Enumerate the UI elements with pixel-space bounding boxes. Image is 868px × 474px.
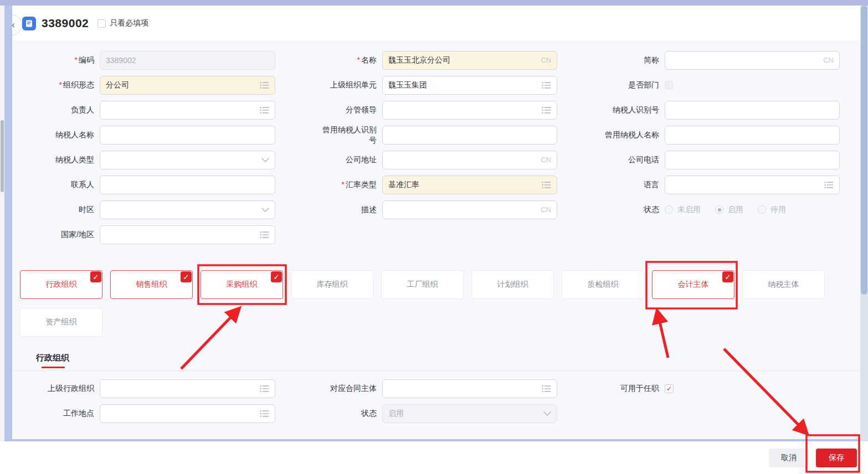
- org-name-field[interactable]: 魏玉玉北京分公司CN: [382, 51, 557, 70]
- admin-status-label: 状态: [281, 408, 377, 419]
- is-department-label: 是否部门: [563, 80, 659, 90]
- language-label: 语言: [563, 179, 659, 190]
- tab-label: 质检组织: [588, 280, 619, 290]
- work-location-field[interactable]: [100, 404, 275, 423]
- tab-label: 采购组织: [227, 280, 258, 290]
- company-address-field[interactable]: CN: [382, 151, 557, 169]
- picker-list-icon[interactable]: [260, 385, 269, 393]
- check-glyph: ✓: [274, 273, 280, 281]
- radio-label: 未启用: [677, 205, 701, 215]
- parent-admin-org-field[interactable]: [100, 379, 275, 398]
- chevron-down-icon[interactable]: [261, 158, 269, 162]
- right-scrollbar-thumb[interactable]: [861, 6, 867, 295]
- parent-admin-org-label: 上级行政组织: [17, 383, 94, 394]
- picker-list-icon[interactable]: [542, 181, 551, 189]
- available-for-position-cell: ✓: [665, 384, 840, 393]
- tab-asset-org[interactable]: 资产组织: [20, 308, 102, 337]
- tab-tax-entity[interactable]: 纳税主体: [742, 270, 825, 299]
- org-edit-panel: « 3389002 只看必填项 *编码3389002*名称魏玉玉北京分公司CN简…: [12, 6, 860, 439]
- org-form-field[interactable]: 分公司: [100, 76, 275, 95]
- contact-person-field[interactable]: [100, 176, 275, 194]
- picker-list-icon[interactable]: [260, 410, 269, 418]
- form-content: *编码3389002*名称魏玉玉北京分公司CN简称CN*组织形态分公司上级组织单…: [12, 42, 860, 439]
- tab-sales-org[interactable]: 销售组织✓: [110, 270, 193, 299]
- page-title: 3389002: [42, 17, 89, 30]
- leader-in-charge-label: 分管领导: [281, 105, 377, 115]
- leader-in-charge-field[interactable]: [382, 101, 557, 120]
- is-department-cell: [665, 81, 840, 89]
- form-row: 工作地点状态启用: [17, 401, 860, 426]
- left-scrollbar-track[interactable]: [0, 6, 4, 441]
- taxpayer-type-label: 纳税人类型: [17, 154, 94, 165]
- tab-admin-org[interactable]: 行政组织✓: [20, 270, 102, 299]
- radio-label: 启用: [728, 205, 743, 215]
- tab-label: 资产组织: [46, 317, 77, 327]
- exchange-rate-type-field[interactable]: 基准汇率: [382, 176, 557, 194]
- required-mark: *: [357, 55, 360, 64]
- footer-bar: 取消 保存: [0, 441, 868, 474]
- picker-list-icon[interactable]: [542, 106, 551, 114]
- code-value: 3389002: [106, 56, 269, 65]
- cancel-button[interactable]: 取消: [769, 449, 809, 467]
- code-cell: 3389002: [100, 51, 275, 70]
- chevron-down-icon[interactable]: [261, 208, 269, 212]
- required-only-label[interactable]: 只看必填项: [110, 18, 148, 28]
- company-address-cell: CN: [382, 151, 557, 169]
- section-title: 行政组织: [36, 352, 860, 363]
- parent-org-unit-field[interactable]: 魏玉玉集团: [382, 76, 557, 95]
- chevron-down-icon[interactable]: [543, 411, 551, 416]
- tab-planning-org[interactable]: 计划组织: [471, 270, 554, 299]
- tab-inventory-org[interactable]: 库存组织: [291, 270, 373, 299]
- contract-entity-field[interactable]: [382, 379, 557, 398]
- short-name-field[interactable]: CN: [665, 51, 840, 70]
- required-only-checkbox[interactable]: [97, 19, 106, 28]
- picker-list-icon[interactable]: [824, 181, 834, 189]
- status-option: 未启用: [665, 205, 701, 215]
- taxpayer-id-cell: [665, 101, 840, 120]
- admin-org-detail-form: 上级行政组织对应合同主体可用于任职✓工作地点状态启用: [12, 376, 860, 426]
- available-for-position-label: 可用于任职: [563, 383, 659, 394]
- form-row: 联系人*汇率类型基准汇率语言: [17, 172, 860, 197]
- picker-list-icon[interactable]: [260, 81, 269, 89]
- save-button[interactable]: 保存: [816, 449, 857, 467]
- tab-label: 会计主体: [678, 280, 709, 290]
- work-location-label: 工作地点: [17, 408, 94, 419]
- radio-circle: [665, 205, 673, 214]
- tab-quality-org[interactable]: 质检组织: [562, 270, 644, 299]
- company-phone-field[interactable]: [665, 151, 840, 169]
- available-for-position-checkbox[interactable]: ✓: [665, 384, 674, 393]
- check-badge: ✓: [90, 271, 101, 282]
- picker-list-icon[interactable]: [542, 385, 551, 393]
- country-region-cell: [100, 225, 275, 244]
- tab-accounting-entity[interactable]: 会计主体✓: [652, 270, 735, 299]
- main-form: *编码3389002*名称魏玉玉北京分公司CN简称CN*组织形态分公司上级组织单…: [12, 42, 860, 247]
- taxpayer-name-cell: [100, 126, 275, 145]
- section-header: 行政组织: [36, 352, 860, 368]
- time-zone-cell: [100, 200, 275, 219]
- tab-factory-org[interactable]: 工厂组织: [381, 270, 464, 299]
- tab-label: 纳税主体: [768, 280, 799, 290]
- short-name-label: 简称: [563, 55, 659, 65]
- radio-label: 停用: [771, 205, 786, 215]
- taxpayer-type-field[interactable]: [100, 151, 275, 169]
- left-scrollbar-thumb[interactable]: [1, 120, 4, 192]
- description-field[interactable]: CN: [382, 200, 557, 219]
- parent-org-unit-value: 魏玉玉集团: [388, 80, 538, 90]
- right-scrollbar-track[interactable]: [860, 6, 868, 441]
- former-taxpayer-id-field[interactable]: [382, 126, 557, 145]
- country-region-field[interactable]: [100, 225, 275, 244]
- person-in-charge-field[interactable]: [100, 101, 275, 120]
- time-zone-field[interactable]: [100, 200, 275, 219]
- taxpayer-name-field[interactable]: [100, 126, 275, 145]
- former-taxpayer-name-field[interactable]: [665, 126, 840, 145]
- tab-purchase-org[interactable]: 采购组织✓: [201, 270, 283, 299]
- language-field[interactable]: [665, 176, 840, 194]
- panel-header: « 3389002 只看必填项: [12, 6, 860, 42]
- picker-list-icon[interactable]: [260, 106, 269, 114]
- picker-list-icon[interactable]: [260, 231, 269, 239]
- company-address-label: 公司地址: [281, 154, 377, 165]
- org-type-tabs-row2: 资产组织: [20, 308, 860, 337]
- former-taxpayer-id-cell: [382, 126, 557, 145]
- picker-list-icon[interactable]: [542, 81, 551, 89]
- taxpayer-id-field[interactable]: [665, 101, 840, 120]
